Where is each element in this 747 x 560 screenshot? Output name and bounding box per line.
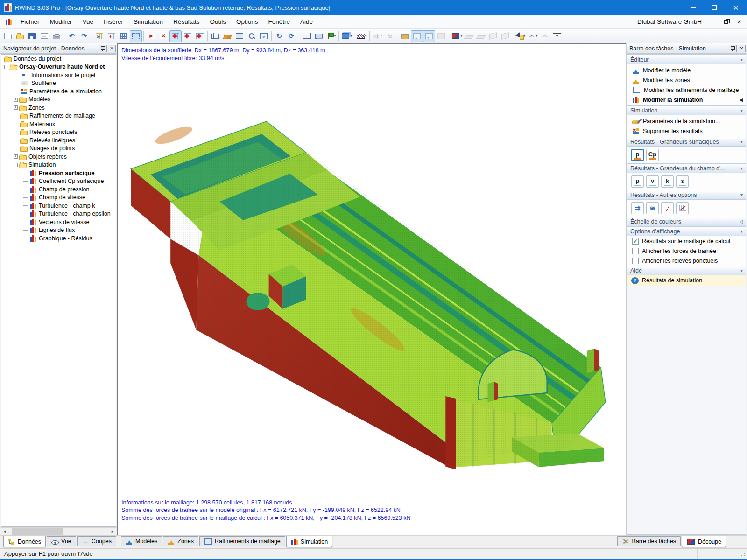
dropdown-arrow-icon[interactable]: ▾: [365, 34, 367, 38]
scroll-thumb[interactable]: [12, 528, 63, 535]
tree-item-informations-sur-le-projet[interactable]: Informations sur le projet: [1, 71, 116, 79]
menu-options[interactable]: Options: [231, 16, 263, 28]
navigator-hscrollbar[interactable]: ◄ ►: [0, 527, 117, 535]
display-flags-button[interactable]: ▾: [325, 30, 337, 42]
mesh-region-button[interactable]: [130, 30, 142, 42]
result-button-p[interactable]: p: [631, 149, 644, 161]
rendered-view-button[interactable]: [221, 30, 233, 42]
maximize-button[interactable]: [704, 0, 725, 15]
section-hatch-button[interactable]: ▾: [356, 30, 368, 42]
mdi-minimize-button[interactable]: –: [708, 18, 718, 26]
graph-button[interactable]: [661, 202, 674, 214]
residuals-button[interactable]: [676, 202, 689, 214]
tab-raffinements-de-maillage[interactable]: Raffinements de maillage: [199, 536, 285, 546]
cut-tools-button[interactable]: ✂▾: [527, 30, 539, 42]
tab-coupes[interactable]: ≡Coupes: [77, 536, 116, 546]
resize-grip-icon[interactable]: [739, 551, 746, 557]
section-header-options-d-affichage[interactable]: Options d'affichage▾: [627, 226, 746, 236]
section-chevron-icon[interactable]: ▾: [740, 108, 743, 113]
pin-icon[interactable]: [99, 45, 107, 52]
tree-item-pression-surfacique[interactable]: Pression surfacique: [1, 169, 116, 177]
clip-new-button[interactable]: [399, 30, 411, 42]
tree-item-zones[interactable]: +Zones: [1, 104, 116, 112]
run-simulation-button[interactable]: ▶: [145, 30, 157, 42]
task-re-sultats-de-simulation[interactable]: ?Résultats de simulation: [627, 275, 746, 286]
task-modifier-la-simulation[interactable]: Modifier la simulation◀: [627, 95, 746, 105]
navigator-close-icon[interactable]: ✕: [108, 45, 116, 52]
section-header-re-sultats-autres-options[interactable]: Résultats - Autres options▾: [627, 190, 746, 200]
menu-modifier[interactable]: Modifier: [45, 16, 78, 28]
tree-item-parame-tres-de-la-simulation[interactable]: Paramètres de la simulation: [1, 87, 116, 96]
wireframe-view-button[interactable]: [209, 30, 221, 42]
collapse-icon[interactable]: -: [4, 65, 8, 69]
menu-outils[interactable]: Outils: [204, 16, 231, 28]
wind-zone-button[interactable]: [93, 30, 106, 42]
result-button-p[interactable]: p: [631, 175, 644, 188]
color-views-button[interactable]: ▾: [451, 30, 463, 42]
collapse-icon[interactable]: -: [14, 163, 18, 167]
tree-item-turbulence-champ-epsilon[interactable]: Turbulence - champ epsilon: [1, 210, 116, 218]
tree-item-releve-s-line-iques[interactable]: Relevés linéiques: [1, 136, 116, 145]
scroll-left-icon[interactable]: ◄: [0, 529, 8, 534]
tree-item-objets-repe-res[interactable]: +Objets repères: [1, 153, 116, 161]
pin-icon[interactable]: [729, 45, 737, 52]
dropdown-arrow-icon[interactable]: ▾: [381, 34, 382, 38]
section-chevron-icon[interactable]: ▾: [740, 229, 743, 234]
menu-simulation[interactable]: Simulation: [128, 16, 168, 28]
checked-checkbox-icon[interactable]: ✓: [632, 238, 639, 245]
projection-mode-button[interactable]: [313, 30, 325, 42]
redo-button[interactable]: ↷: [78, 30, 90, 42]
expand-icon[interactable]: +: [14, 98, 18, 102]
menu-fichier[interactable]: Fichier: [15, 16, 45, 28]
minimize-button[interactable]: [682, 0, 704, 15]
unchecked-checkbox-icon[interactable]: [632, 258, 639, 264]
section-header-re-sultats-grandeurs-surfaciques[interactable]: Résultats - Grandeurs surfaciques▾: [627, 137, 746, 147]
tab-zones[interactable]: Zones: [163, 536, 198, 546]
tab-simulation[interactable]: Simulation: [286, 536, 332, 547]
save-button[interactable]: [26, 30, 38, 42]
mdi-restore-button[interactable]: [721, 18, 731, 26]
section-header-simulation[interactable]: Simulation▾: [627, 105, 746, 115]
tree-item-coefficient-cp-surfacique[interactable]: Coefficient Cp surfacique: [1, 177, 116, 186]
expand-icon[interactable]: +: [14, 105, 18, 110]
vectors-button[interactable]: ⇉: [631, 202, 644, 214]
tree-item-soufflerie[interactable]: Soufflerie: [1, 79, 116, 88]
open-file-button[interactable]: [14, 30, 26, 42]
taskbar-close-icon[interactable]: ✕: [738, 45, 746, 52]
task-parame-tres-de-la-simulation[interactable]: Paramètres de la simulation...: [627, 116, 746, 126]
zoom-window-button[interactable]: [246, 30, 258, 42]
tree-item-graphique-re-sidus[interactable]: Graphique - Résidus: [1, 234, 116, 243]
rotate-view-button[interactable]: ↻: [273, 30, 285, 42]
clip-back-button[interactable]: [423, 30, 435, 42]
mesh-nodes-button[interactable]: [118, 30, 130, 42]
isometric-view-button[interactable]: [301, 30, 313, 42]
tree-item-turbulence-champ-k[interactable]: Turbulence - champ k: [1, 202, 116, 210]
results-on-mesh-button[interactable]: [169, 30, 182, 42]
dropdown-arrow-icon[interactable]: ▾: [536, 34, 538, 38]
zoom-fit-button[interactable]: [258, 30, 270, 42]
menu-resultats[interactable]: Résultats: [168, 16, 204, 28]
undo-button[interactable]: ↶: [66, 30, 78, 42]
title-bar[interactable]: RWIND 3.03 Pro - [Orsay-Ouverture haute …: [0, 0, 747, 15]
close-button[interactable]: ✕: [725, 0, 747, 15]
tree-item-champ-de-pression[interactable]: Champ de pression: [1, 185, 116, 194]
expand-icon[interactable]: +: [14, 154, 18, 159]
section-header-e-diteur[interactable]: Éditeur▾: [627, 55, 746, 64]
generate-mesh-button[interactable]: [106, 30, 118, 42]
tree-item-orsay-ouverture-haute-nord-et[interactable]: -Orsay-Ouverture haute Nord et: [1, 63, 116, 71]
menu-aide[interactable]: Aide: [295, 16, 318, 28]
dropdown-arrow-icon[interactable]: ▾: [524, 34, 526, 38]
tree-item-simulation[interactable]: -Simulation: [1, 161, 116, 169]
tree-item-mode-les[interactable]: +Modèles: [1, 96, 116, 104]
dropdown-arrow-icon[interactable]: ▾: [334, 34, 336, 38]
clip-front-button[interactable]: [411, 30, 423, 42]
print-button[interactable]: [50, 30, 63, 42]
section-chevron-icon[interactable]: ▾: [740, 57, 743, 62]
viewport-3d[interactable]: Dimensions de la soufflerie: Dx = 1867.6…: [117, 43, 626, 535]
results-values-button[interactable]: [194, 30, 206, 42]
tree-item-lignes-de-flux[interactable]: Lignes de flux: [1, 226, 116, 235]
toolbar-options-button[interactable]: ▾: [551, 30, 563, 42]
dropdown-arrow-icon[interactable]: ▾: [461, 34, 463, 38]
scroll-right-icon[interactable]: ►: [109, 529, 117, 534]
new-file-button[interactable]: [2, 30, 14, 42]
